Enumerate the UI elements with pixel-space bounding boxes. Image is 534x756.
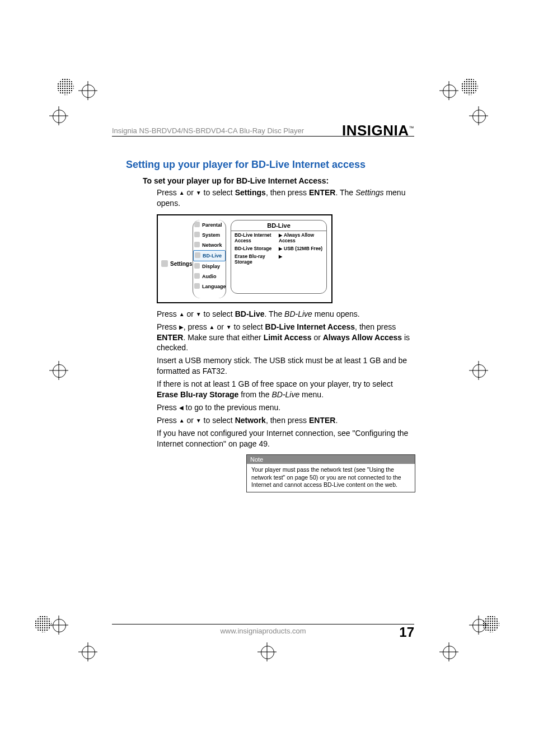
sidebar-label: Display [202, 264, 220, 269]
step-text: . The [335, 188, 355, 197]
category-settings: Settings [161, 260, 192, 267]
step-text: menu. [299, 390, 324, 399]
sidebar-item-system: System [193, 230, 226, 240]
crop-mark [78, 81, 97, 100]
step-text: Press [157, 188, 179, 197]
step-text: to select [202, 188, 235, 197]
product-line: Insignia NS-BRDVD4/NS-BRDVD4-CA Blu-Ray … [112, 126, 304, 135]
note-box: Note Your player must pass the network t… [246, 454, 415, 492]
registration-dots [57, 78, 74, 95]
row-value-text: Always Allow Access [279, 232, 314, 243]
sidebar-label: Parental [202, 222, 222, 228]
access-keyword: BD-Live Internet Access [265, 322, 355, 331]
step-7: Press ▲ or ▼ to select Network, then pre… [157, 415, 414, 426]
page-number: 17 [399, 624, 414, 640]
step-text: or [185, 188, 196, 197]
sidebar-item-language: Language [193, 281, 226, 292]
right-arrow-icon: ▶ [279, 246, 282, 251]
step-text: , then press [266, 188, 309, 197]
panel-row-storage: BD-Live Storage ▶USB (12MB Free) [231, 245, 326, 252]
settings-icon [161, 260, 168, 267]
up-arrow-icon: ▲ [209, 323, 215, 331]
step-text: , then press [355, 322, 396, 331]
bdlive-panel: BD-Live BD-Live Internet Access ▶Always … [231, 220, 327, 294]
sidebar-item-parental: Parental [193, 220, 226, 230]
crop-mark [49, 616, 68, 635]
settings-keyword: Settings [235, 188, 266, 197]
right-arrow-icon: ▶ [179, 323, 184, 331]
settings-italic: Settings [355, 188, 384, 197]
down-arrow-icon: ▼ [196, 311, 202, 318]
bdlive-icon [195, 252, 200, 258]
step-text: . [335, 416, 338, 425]
crop-mark [49, 361, 68, 380]
audio-icon [194, 273, 200, 279]
section-title: Setting up your player for BD-Live Inter… [126, 159, 414, 171]
step-text: Press [157, 309, 179, 318]
crop-mark [469, 361, 488, 380]
row-value: ▶Always Allow Access [279, 232, 323, 243]
step-text: to select [202, 309, 235, 318]
sidebar-label: System [202, 232, 220, 238]
sidebar-label: Network [202, 242, 222, 248]
footer-url: www.insigniaproducts.com [112, 627, 414, 635]
procedure-heading: To set your player up for BD-Live Intern… [143, 176, 414, 185]
system-icon [194, 232, 200, 237]
step-text: or [185, 309, 196, 318]
step-text: to select [202, 416, 235, 425]
up-arrow-icon: ▲ [179, 189, 185, 197]
row-value-text: USB (12MB Free) [284, 246, 322, 251]
erase-keyword: Erase Blu-ray Storage [157, 390, 238, 399]
step-4: Insert a USB memory stick. The USB stick… [157, 355, 414, 377]
enter-keyword: ENTER [309, 416, 335, 425]
network-keyword: Network [235, 416, 266, 425]
step-3: Press ▶, press ▲ or ▼ to select BD-Live … [157, 322, 414, 354]
bdlive-keyword: BD-Live [235, 309, 265, 318]
down-arrow-icon: ▼ [226, 323, 232, 331]
crop-mark [78, 642, 97, 661]
step-text: or [185, 416, 196, 425]
registration-dots [461, 78, 478, 95]
row-value: ▶USB (12MB Free) [279, 246, 323, 251]
crop-mark [439, 81, 458, 100]
bdlive-italic: BD-Live [284, 309, 312, 318]
up-arrow-icon: ▲ [179, 311, 185, 318]
left-arrow-icon: ◀ [179, 404, 184, 412]
panel-title: BD-Live [231, 220, 326, 231]
sidebar-label: Audio [202, 274, 217, 279]
page-header: Insignia NS-BRDVD4/NS-BRDVD4-CA Blu-Ray … [112, 126, 414, 137]
step-text: to select [232, 322, 265, 331]
enter-keyword: ENTER [157, 333, 183, 342]
sidebar-item-audio: Audio [193, 271, 226, 281]
crop-mark [257, 642, 277, 661]
step-6: Press ◀ to go to the previous menu. [157, 402, 414, 413]
step-text: or [215, 322, 226, 331]
brand-logo-text: INSIGNIA [342, 122, 409, 139]
always-keyword: Always Allow Access [323, 333, 402, 342]
row-key: BD-Live Internet Access [235, 232, 279, 243]
language-icon [194, 283, 200, 289]
step-text: If there is not at least 1 GB of free sp… [157, 379, 393, 388]
panel-row-erase: Erase Blu-ray Storage ▶ [231, 252, 326, 266]
sidebar-label: Language [202, 284, 226, 289]
step-text: or [312, 333, 323, 342]
step-text: Press [157, 416, 179, 425]
bdlive-italic: BD-Live [271, 390, 299, 399]
row-key: Erase Blu-ray Storage [235, 253, 279, 265]
sidebar-item-display: Display [193, 261, 226, 271]
enter-keyword: ENTER [309, 188, 335, 197]
note-body: Your player must pass the network test (… [247, 464, 415, 491]
category-label: Settings [170, 261, 192, 267]
brand-logo: INSIGNIA™ [342, 122, 414, 139]
right-arrow-icon: ▶ [279, 233, 282, 238]
down-arrow-icon: ▼ [196, 417, 202, 425]
registration-dots [35, 616, 51, 632]
step-text: . The [265, 309, 285, 318]
step-text: , then press [266, 416, 309, 425]
step-text: to go to the previous menu. [184, 403, 281, 412]
note-heading: Note [247, 455, 415, 464]
registration-dots [483, 616, 499, 632]
step-1: Press ▲ or ▼ to select Settings, then pr… [157, 187, 414, 209]
step-2: Press ▲ or ▼ to select BD-Live. The BD-L… [157, 309, 414, 320]
sidebar-item-bdlive: BD-Live [193, 250, 226, 261]
